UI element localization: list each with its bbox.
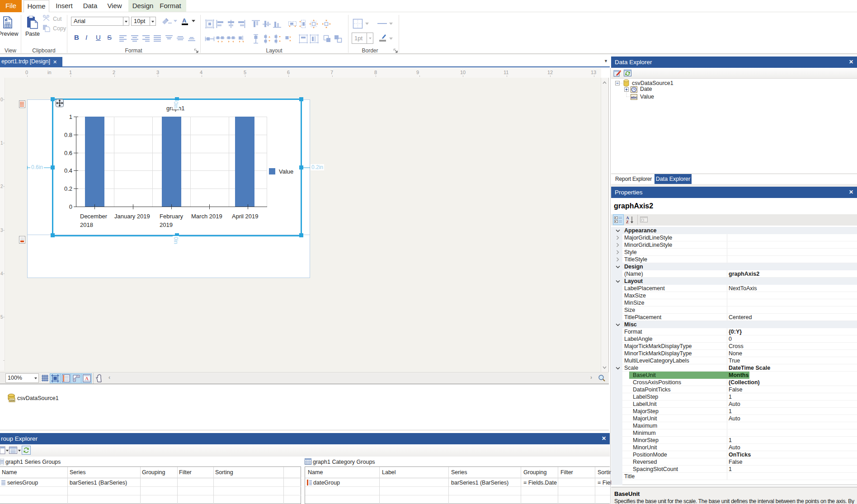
svg-text:A: A <box>182 18 187 24</box>
svg-text:Z: Z <box>626 220 629 224</box>
svg-text:5: 5 <box>0 315 3 320</box>
svg-text:4: 4 <box>0 271 3 276</box>
svg-text:1: 1 <box>0 141 3 146</box>
svg-text:abc: abc <box>631 95 637 99</box>
svg-text:2: 2 <box>0 184 3 189</box>
svg-text:csv: csv <box>9 399 14 402</box>
svg-text:3: 3 <box>0 228 3 233</box>
svg-text:A: A <box>85 376 89 381</box>
svg-text:0: 0 <box>0 97 3 102</box>
